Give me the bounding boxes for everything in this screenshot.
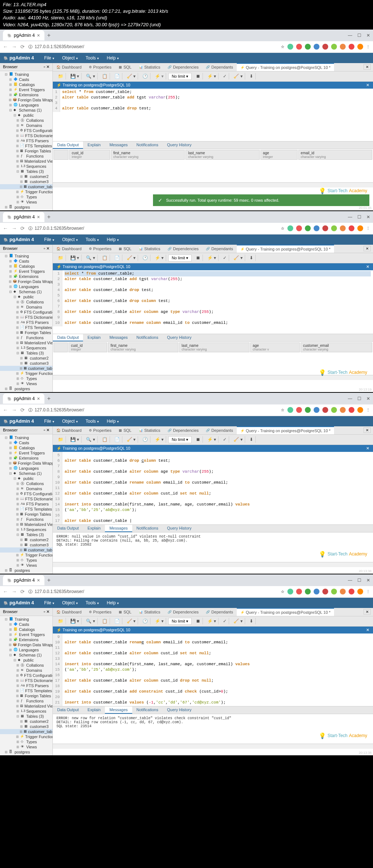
tree-item-public[interactable]: ⊟◆public bbox=[0, 476, 52, 481]
tree-toggle-icon[interactable]: ⊞ bbox=[4, 387, 8, 391]
tab-dependants[interactable]: 🔗Dependants bbox=[202, 608, 236, 616]
tab-messages[interactable]: Messages bbox=[105, 706, 132, 714]
tree-toggle-icon[interactable]: ⊟ bbox=[16, 714, 20, 718]
ext-icon[interactable] bbox=[305, 44, 311, 50]
tree-toggle-icon[interactable]: ⊞ bbox=[16, 528, 20, 531]
tree-toggle-icon[interactable]: ⊞ bbox=[16, 694, 19, 698]
tree-item-fts-parsers[interactable]: ⊞AaFTS Parsers bbox=[0, 501, 52, 507]
tree-item-domains[interactable]: ⊞≋Domains bbox=[0, 486, 52, 491]
tree-toggle-icon[interactable]: ⊞ bbox=[16, 305, 20, 309]
tree-item-foreign-data-wrappers[interactable]: ⊞📦Foreign Data Wrappers bbox=[0, 97, 52, 102]
close-tab-button[interactable]: ✕ bbox=[364, 246, 371, 251]
tree-toggle-icon[interactable]: ⊞ bbox=[16, 482, 20, 485]
address-input[interactable]: ⓘ 127.0.0.1:52635/browser/ bbox=[28, 44, 277, 50]
tree-item-foreign-tables[interactable]: ⊞▦Foreign Tables bbox=[0, 693, 52, 698]
tab-properties[interactable]: ⚙Properties bbox=[85, 63, 115, 71]
tree-item-domains[interactable]: ⊞≋Domains bbox=[0, 123, 52, 128]
explain-button[interactable]: ⚡ ▾ bbox=[205, 73, 219, 80]
sql-editor[interactable]: 9101112131415161718192021 alter table cu… bbox=[53, 633, 373, 706]
tab-data-output[interactable]: Data Output bbox=[53, 142, 83, 149]
tree-toggle-icon[interactable]: ⊞ bbox=[9, 466, 12, 470]
tree-item-materialized-views[interactable]: ⊞▤Materialized Views bbox=[0, 522, 52, 527]
browser-tab[interactable]: pgAdmin 4× bbox=[3, 394, 44, 404]
tab-dependencies[interactable]: 🔗Dependencies bbox=[164, 63, 202, 71]
history-button[interactable]: 🕐 bbox=[140, 73, 150, 80]
tree-toggle-icon[interactable]: ⊞ bbox=[16, 124, 20, 127]
tree-item-fts-parsers[interactable]: ⊞AaFTS Parsers bbox=[0, 138, 52, 143]
tree-toggle-icon[interactable]: ⊞ bbox=[16, 154, 20, 158]
tree-item-foreign-tables[interactable]: ⊞▦Foreign Tables bbox=[0, 512, 52, 517]
tree-item-foreign-tables[interactable]: ⊞▦Foreign Tables bbox=[0, 330, 52, 335]
tree-item-functions[interactable]: ⊞ƒFunctions bbox=[0, 698, 52, 704]
tree-toggle-icon[interactable]: ⊞ bbox=[16, 149, 19, 153]
tree-item-fts-templates[interactable]: ⊞📄FTS Templates bbox=[0, 325, 52, 330]
tab-explain[interactable]: Explain bbox=[83, 142, 105, 149]
tree-toggle-icon[interactable]: ⊞ bbox=[9, 285, 12, 288]
tree-toggle-icon[interactable]: ⊞ bbox=[16, 190, 19, 194]
ext-icon[interactable] bbox=[296, 44, 302, 50]
tree-toggle-icon[interactable]: ⊞ bbox=[16, 129, 19, 132]
panel-controls[interactable]: ▫ ✕ bbox=[44, 65, 50, 69]
tree-toggle-icon[interactable]: ⊞ bbox=[16, 377, 20, 380]
tab-query-history[interactable]: Query History bbox=[162, 142, 196, 149]
tree-item-customer2[interactable]: ⊞▦customer2 bbox=[0, 719, 52, 724]
tree-item-sequences[interactable]: ⊞1.3Sequences bbox=[0, 527, 52, 532]
tree-item-fts-configurations[interactable]: ⊞⚙FTS Configurations bbox=[0, 310, 52, 315]
tree-item-customer-table[interactable]: ⊞▦customer_table bbox=[0, 366, 52, 371]
tree-item-tables-3-[interactable]: ⊟▦Tables (3) bbox=[0, 169, 52, 174]
tree-toggle-icon[interactable]: ⊞ bbox=[20, 180, 23, 183]
column-last_name[interactable]: last_namecharacter varying bbox=[185, 150, 259, 160]
tree-toggle-icon[interactable]: ⊞ bbox=[20, 175, 23, 178]
tab-sql[interactable]: ▦SQL bbox=[115, 608, 135, 616]
tree-toggle-icon[interactable]: ⊞ bbox=[16, 679, 19, 682]
tree-item-event-triggers[interactable]: ⊞⚡Event Triggers bbox=[0, 87, 52, 92]
tree-item-training[interactable]: ⊟📘Training bbox=[0, 72, 52, 77]
close-tab-button[interactable]: ✕ bbox=[364, 609, 371, 615]
tree-toggle-icon[interactable]: ⊟ bbox=[9, 108, 12, 112]
tree-item-customer2[interactable]: ⊞▦customer2 bbox=[0, 174, 52, 179]
tree-item-catalogs[interactable]: ⊞📒Catalogs bbox=[0, 445, 52, 450]
tab-sql[interactable]: ▦SQL bbox=[115, 245, 135, 252]
tab-dependencies[interactable]: 🔗Dependencies bbox=[164, 608, 202, 616]
sql-editor[interactable]: 1234 select * from customer_table; alter… bbox=[53, 89, 373, 112]
tree-toggle-icon[interactable]: ⊟ bbox=[4, 436, 8, 439]
minimize-icon[interactable]: — bbox=[348, 33, 352, 38]
tree-toggle-icon[interactable]: ⊟ bbox=[9, 653, 12, 657]
tab-dependants[interactable]: 🔗Dependants bbox=[202, 63, 236, 71]
tree-toggle-icon[interactable]: ⊞ bbox=[4, 205, 8, 209]
tree-toggle-icon[interactable]: ⊞ bbox=[9, 103, 12, 107]
tree-toggle-icon[interactable]: ⊞ bbox=[16, 518, 20, 521]
tree-item-fts-dictionaries[interactable]: ⊞📖FTS Dictionaries bbox=[0, 496, 52, 501]
limit-select[interactable]: No limit ▾ bbox=[168, 73, 192, 80]
tree-toggle-icon[interactable]: ⊞ bbox=[9, 648, 12, 652]
tree-item-schemas-1-[interactable]: ⊟◆Schemas (1) bbox=[0, 289, 52, 294]
tree-toggle-icon[interactable]: ⊞ bbox=[16, 674, 19, 677]
browser-tab[interactable]: pgAdmin 4× bbox=[3, 575, 44, 585]
tree-item-materialized-views[interactable]: ⊞▤Materialized Views bbox=[0, 159, 52, 164]
reload-button[interactable]: ⟳ bbox=[20, 225, 25, 231]
tab-messages[interactable]: Messages bbox=[105, 142, 132, 149]
find-button[interactable]: 🔍 ▾ bbox=[84, 73, 97, 80]
tree-toggle-icon[interactable]: ⊞ bbox=[16, 336, 20, 340]
back-button[interactable]: ← bbox=[3, 225, 8, 231]
tree-item-views[interactable]: ⊞👁Views bbox=[0, 381, 52, 386]
tree-item-views[interactable]: ⊞👁Views bbox=[0, 744, 52, 749]
tree-toggle-icon[interactable]: ⊞ bbox=[9, 456, 12, 460]
tree-item-tables-3-[interactable]: ⊟▦Tables (3) bbox=[0, 532, 52, 537]
ext-icon[interactable] bbox=[331, 44, 337, 50]
column-first_name[interactable]: first_namecharacter varying bbox=[108, 342, 178, 352]
tab-dashboard[interactable]: 🏠Dashboard bbox=[53, 427, 85, 434]
new-tab-button[interactable]: + bbox=[47, 32, 51, 39]
tree-toggle-icon[interactable]: ⊞ bbox=[9, 623, 12, 626]
tree-toggle-icon[interactable]: ⊞ bbox=[16, 745, 20, 749]
tree-item-foreign-data-wrappers[interactable]: ⊞📦Foreign Data Wrappers bbox=[0, 279, 52, 284]
tree-item-trigger-functions[interactable]: ⊞⚡Trigger Functions bbox=[0, 189, 52, 194]
tree-item-catalogs[interactable]: ⊞📒Catalogs bbox=[0, 627, 52, 632]
tree-item-sequences[interactable]: ⊞1.3Sequences bbox=[0, 164, 52, 169]
menu-help[interactable]: Help▼ bbox=[104, 54, 122, 62]
tree-toggle-icon[interactable]: ⊞ bbox=[9, 280, 12, 283]
column-first_name[interactable]: first_namecharacter varying bbox=[111, 150, 185, 160]
tree-item-casts[interactable]: ⊞🔷Casts bbox=[0, 259, 52, 264]
tree-toggle-icon[interactable]: ⊞ bbox=[16, 382, 20, 385]
browser-tab[interactable]: pgAdmin 4× bbox=[3, 212, 44, 222]
